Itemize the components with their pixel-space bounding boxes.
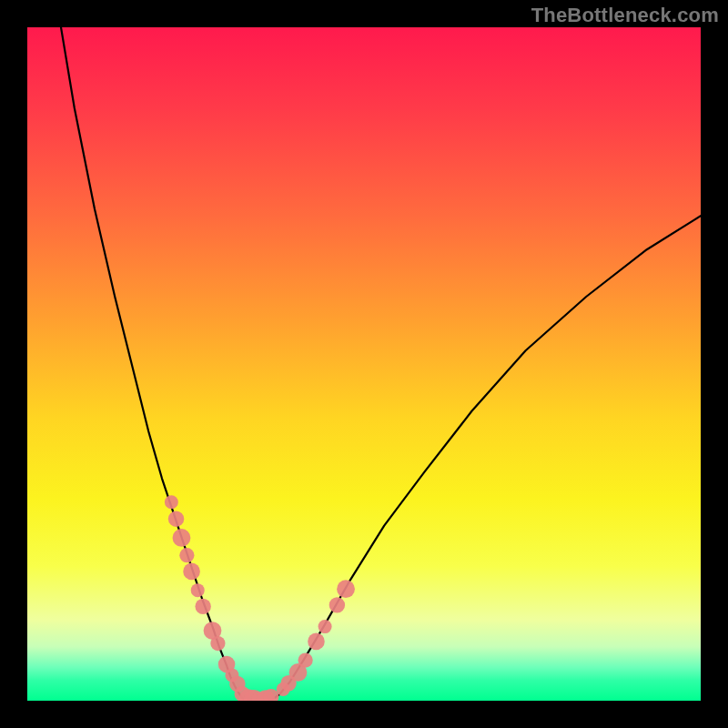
bottleneck-curve [61,27,701,701]
data-marker [329,597,345,612]
watermark-text: TheBottleneck.com [531,4,719,27]
plot-area [27,27,701,701]
data-marker [168,511,184,527]
data-marker [173,529,191,547]
data-marker [210,636,225,651]
chart-svg [27,27,701,701]
data-marker [337,580,355,598]
curve-group [61,27,701,701]
data-marker [179,548,194,562]
chart-frame: TheBottleneck.com [0,0,728,728]
data-marker [308,633,325,651]
marker-group [165,495,355,701]
data-marker [183,563,200,581]
data-marker [195,599,210,614]
data-marker [165,495,178,509]
data-marker [318,620,332,633]
data-marker [191,583,205,597]
data-marker [298,653,313,668]
